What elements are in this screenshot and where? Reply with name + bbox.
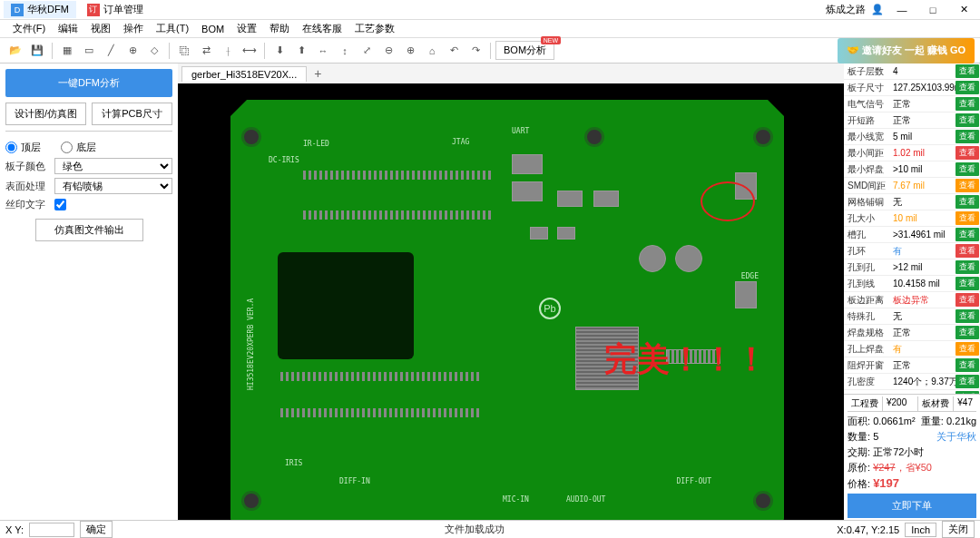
param-name: 孔到线	[844, 278, 891, 290]
view-button[interactable]: 查看	[956, 211, 979, 225]
view-button[interactable]: 查看	[956, 81, 979, 94]
target-icon[interactable]: ⊕	[122, 41, 142, 61]
undo-icon[interactable]: ↶	[444, 41, 464, 61]
open-icon[interactable]: 📂	[5, 41, 25, 61]
user-avatar-icon[interactable]: 👤	[871, 4, 884, 15]
status-message: 文件加载成功	[118, 523, 831, 536]
menu-settings[interactable]: 设置	[231, 20, 262, 37]
redo-icon[interactable]: ↷	[466, 41, 485, 61]
view-button[interactable]: 查看	[956, 146, 979, 160]
zoom-in-icon[interactable]: ⊕	[400, 41, 420, 61]
pcb-viewport[interactable]: Pb IR-LED DC-IRIS UART JTAG MIC-IN AUDIO…	[178, 83, 844, 520]
param-value: >31.4961 mil	[891, 230, 956, 240]
menu-file[interactable]: 文件(F)	[7, 20, 51, 37]
copy-icon[interactable]: ⿻	[174, 41, 194, 61]
view-button[interactable]: 查看	[956, 342, 979, 356]
menu-view[interactable]: 视图	[85, 20, 116, 37]
calc-size-button[interactable]: 计算PCB尺寸	[92, 103, 172, 125]
fit-icon[interactable]: ⤢	[357, 41, 377, 61]
xy-input[interactable]	[29, 523, 74, 537]
view-button[interactable]: 查看	[956, 244, 979, 258]
color-select[interactable]: 绿色	[54, 158, 172, 174]
menu-tools[interactable]: 工具(T)	[151, 20, 194, 37]
rect-icon[interactable]: ▭	[79, 41, 99, 61]
param-name: 孔密度	[844, 376, 891, 388]
maximize-button[interactable]: □	[920, 2, 946, 18]
app-tab-dfm[interactable]: D 华秋DFM	[4, 1, 76, 18]
minimize-button[interactable]: —	[889, 2, 915, 18]
annotation-text: 完美！！！	[604, 337, 768, 382]
file-tab[interactable]: gerber_Hi3518EV20X...	[181, 66, 307, 82]
connector	[280, 372, 480, 381]
expand-v-icon[interactable]: ↕	[335, 41, 355, 61]
upload-icon[interactable]: ⬆	[291, 41, 311, 61]
param-value: 4	[891, 66, 956, 76]
pcb-board: Pb IR-LED DC-IRIS UART JTAG MIC-IN AUDIO…	[230, 100, 784, 520]
view-button[interactable]: 查看	[956, 179, 979, 192]
silk-label: JTAG	[452, 138, 469, 146]
export-sim-button[interactable]: 仿真图文件输出	[35, 219, 143, 241]
param-table: 板子层数4查看板子尺寸127.25X103.99mm查看电气信号正常查看开短路正…	[844, 64, 980, 394]
param-row: 最小间距1.02 mil查看	[844, 145, 980, 161]
view-button[interactable]: 查看	[956, 113, 979, 127]
color-label: 板子颜色	[5, 160, 49, 173]
menu-support[interactable]: 在线客服	[297, 20, 348, 37]
view-button[interactable]: 查看	[956, 97, 979, 111]
add-tab-button[interactable]: +	[307, 64, 328, 83]
view-button[interactable]: 查看	[956, 195, 979, 209]
view-button[interactable]: 查看	[956, 64, 979, 78]
view-button[interactable]: 查看	[956, 326, 979, 339]
view-button[interactable]: 查看	[956, 228, 979, 241]
confirm-button[interactable]: 确定	[80, 521, 113, 538]
radio-top[interactable]: 顶层	[5, 141, 41, 154]
view-button[interactable]: 查看	[956, 293, 979, 307]
flip-icon[interactable]: ⇄	[196, 41, 216, 61]
zoom-out-icon[interactable]: ⊖	[378, 41, 398, 61]
order-now-button[interactable]: 立即下单	[848, 494, 976, 518]
polygon-icon[interactable]: ◇	[144, 41, 164, 61]
unit-button[interactable]: Inch	[905, 523, 936, 537]
view-button[interactable]: 查看	[956, 277, 979, 290]
layer-icon[interactable]: ▦	[57, 41, 77, 61]
hole	[584, 127, 604, 147]
param-name: 板子尺寸	[844, 82, 891, 94]
quote-box: 工程费 ¥200 板材费 ¥47 面积: 0.0661m²重量: 0.21kg …	[844, 394, 980, 520]
home-icon[interactable]: ⌂	[422, 41, 442, 61]
design-sim-button[interactable]: 设计图/仿真图	[5, 103, 86, 125]
param-row: 板边距离板边异常查看	[844, 292, 980, 308]
menu-operate[interactable]: 操作	[118, 20, 149, 37]
pad	[675, 245, 702, 272]
annotation-circle	[701, 181, 755, 221]
close-status-button[interactable]: 关闭	[942, 521, 975, 538]
menu-help[interactable]: 帮助	[264, 20, 295, 37]
measure-icon[interactable]: ⟊	[218, 41, 238, 61]
app-tab-orders[interactable]: 订 订单管理	[80, 1, 151, 18]
view-button[interactable]: 查看	[956, 162, 979, 176]
view-button[interactable]: 查看	[956, 358, 979, 372]
menu-edit[interactable]: 编辑	[53, 20, 83, 37]
radio-bottom[interactable]: 底层	[61, 141, 96, 154]
view-button[interactable]: 查看	[956, 260, 979, 274]
silk-label: DC-IRIS	[269, 156, 299, 164]
view-button[interactable]: 查看	[956, 375, 979, 388]
left-panel: 一键DFM分析 设计图/仿真图 计算PCB尺寸 顶层 底层 板子颜色 绿色 表面…	[0, 64, 178, 520]
silk-label: EDGE	[741, 272, 759, 280]
close-button[interactable]: ✕	[951, 2, 976, 18]
save-icon[interactable]: 💾	[27, 41, 47, 61]
surface-select[interactable]: 有铅喷锡	[54, 178, 172, 194]
dfm-analyze-button[interactable]: 一键DFM分析	[5, 69, 172, 97]
view-button[interactable]: 查看	[956, 130, 979, 143]
menu-bom[interactable]: BOM	[196, 22, 230, 36]
param-row: 孔上焊盘有查看	[844, 341, 980, 357]
download-icon[interactable]: ⬇	[270, 41, 289, 61]
trace-icon[interactable]: ╱	[101, 41, 121, 61]
expand-h-icon[interactable]: ↔	[313, 41, 333, 61]
menu-process[interactable]: 工艺参数	[349, 20, 400, 37]
ruler-icon[interactable]: ⟷	[240, 41, 260, 61]
about-link[interactable]: 关于华秋	[936, 430, 976, 444]
promo-banner[interactable]: 🤝 邀请好友 一起 赚钱 GO	[838, 38, 975, 64]
pad	[557, 191, 583, 207]
bom-analyze-button[interactable]: BOM分析	[495, 41, 554, 60]
view-button[interactable]: 查看	[956, 309, 979, 323]
silk-checkbox[interactable]	[54, 199, 66, 210]
